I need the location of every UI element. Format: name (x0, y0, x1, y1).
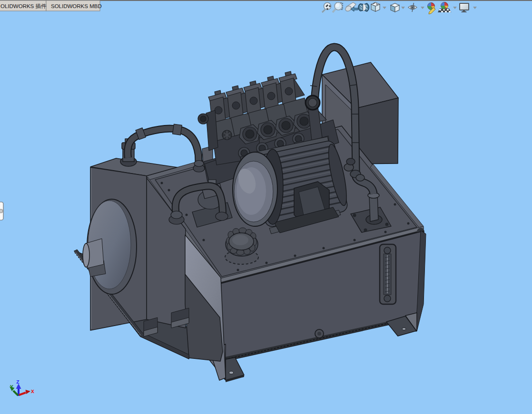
svg-text:SOLIDWORKS MBD: SOLIDWORKS MBD (51, 3, 102, 9)
svg-text:OLIDWORKS 插件: OLIDWORKS 插件 (0, 3, 47, 9)
svg-text:Z: Z (16, 379, 20, 385)
svg-text:Y: Y (10, 384, 13, 390)
svg-text:X: X (31, 388, 34, 395)
